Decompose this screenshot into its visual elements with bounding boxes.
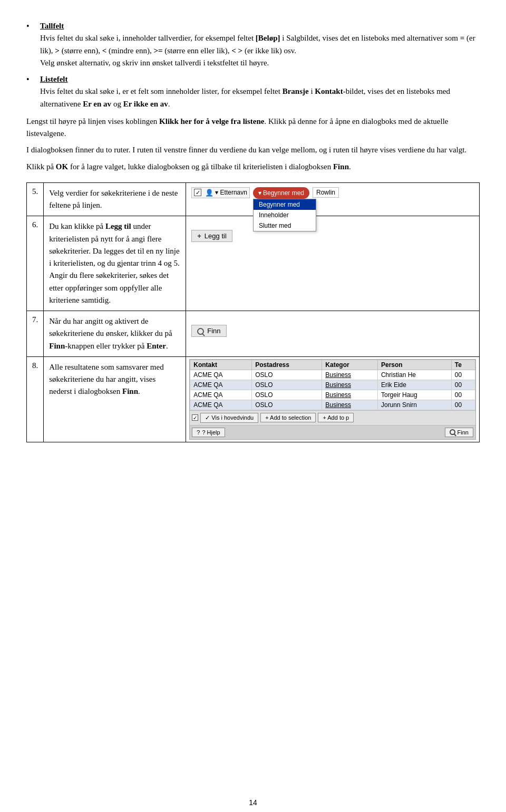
step-5-visual: ✓ 👤 ▾ Etternavn ▾ Begynner med Begynner … [186,182,480,216]
col-kategor: Kategor [322,360,378,370]
dropdown-container[interactable]: ▾ Begynner med Begynner med Inneholder S… [253,187,309,199]
listefelt-title: Listefelt [40,75,67,83]
cell-post-1: OSLO [252,370,322,380]
vis-i-hovedvindu-btn[interactable]: ✓ Vis i hovedvindu [200,413,258,423]
step-6-visual: + Legg til [186,216,480,311]
menu-item-begynner[interactable]: Begynner med [254,199,316,210]
legg-til-label: Legg til [205,232,227,240]
field-row[interactable]: ✓ 👤 ▾ Etternavn [191,187,250,198]
page-footer: 14 [0,790,506,812]
cell-te-2: 00 [451,380,475,390]
cell-kontakt-4: ACME QA [190,400,252,410]
page-content: • Tallfelt Hvis feltet du skal søke i, i… [0,0,506,790]
hjelp-button[interactable]: ? ? Hjelp [192,428,225,437]
step-8-num: 8. [27,356,44,442]
cell-kontakt-1: ACME QA [190,370,252,380]
finn-action-label: Finn [458,429,469,436]
bullet-icon: • [26,20,34,33]
col-kontakt: Kontakt [190,360,252,370]
tallfelt-title: Tallfelt [40,22,64,30]
cell-kat-3: Business [322,390,378,400]
add-selection-label: + Add to selection [265,414,311,421]
legg-til-bold: Legg til [105,222,131,230]
bransje-bold: Bransje [283,87,309,95]
step-7-visual: Finn [186,311,480,357]
step-6-num: 6. [27,216,44,311]
add-p-label: + Add to p [323,414,349,421]
search-icon-2 [450,429,455,435]
plus-icon: + [197,232,201,240]
result-row-2[interactable]: ACME QA OSLO Business Erik Eide 00 [190,380,475,390]
menu-item-inneholder[interactable]: Inneholder [254,210,316,220]
er-ikke-bold: Er ikke en av [123,100,168,108]
finn-label: Finn [207,327,220,335]
rowlin-input[interactable]: Rowlin [313,187,339,198]
add-to-p-btn[interactable]: + Add to p [318,413,354,422]
add-to-selection-btn[interactable]: + Add to selection [260,413,316,422]
tallfelt-text: Tallfelt Hvis feltet du skal søke i, inn… [40,20,480,69]
beloep-bold: [Beløp] [256,34,280,42]
vis-label: ✓ Vis i hovedvindu [205,414,254,421]
enter-bold: Enter [147,342,166,350]
finn-area: Finn [191,315,474,346]
hjelp-label: ? Hjelp [202,429,220,436]
bullet-tallfelt: • Tallfelt Hvis feltet du skal søke i, i… [26,20,480,69]
bullet-listefelt: • Listefelt Hvis feltet du skal søke i, … [26,73,480,110]
cell-te-1: 00 [451,370,475,380]
step-5-num: 5. [27,182,44,216]
step-8-text: Alle resultatene som samsvarer med søkek… [44,356,186,442]
col-postadress: Postadress [252,360,322,370]
field-checkbox[interactable]: ✓ [194,189,201,196]
step-5-row: 5. Velg verdier for søkekriteriene i de … [27,182,480,216]
cell-person-1: Christian He [377,370,451,380]
cell-te-4: 00 [451,400,475,410]
menu-item-slutter[interactable]: Slutter med [254,220,316,231]
step-8-visual: Kontakt Postadress Kategor Person Te ACM… [186,356,480,442]
legg-til-button[interactable]: + Legg til [191,230,232,242]
results-header-row: Kontakt Postadress Kategor Person Te [190,360,475,370]
results-actions-row1: ✓ ✓ Vis i hovedvindu + Add to selection … [190,410,475,425]
para-klikk: Lengst til høyre på linjen vises kobling… [26,115,480,140]
page-number: 14 [249,798,257,807]
result-row-1[interactable]: ACME QA OSLO Business Christian He 00 [190,370,475,380]
results-table: Kontakt Postadress Kategor Person Te ACM… [190,360,475,410]
para-dialogboks: I dialogboksen finner du to ruter. I rut… [26,144,480,156]
dropdown-trigger[interactable]: ▾ Begynner med [253,187,309,199]
results-container: Kontakt Postadress Kategor Person Te ACM… [189,359,476,440]
question-icon: ? [197,429,200,436]
step-7-row: 7. Når du har angitt og aktivert de søke… [27,311,480,357]
cell-post-2: OSLO [252,380,322,390]
legg-til-area: + Legg til [191,220,474,252]
vis-checkbox[interactable]: ✓ [192,414,198,421]
finn-bold-8: Finn [122,387,138,395]
finn-action-button[interactable]: Finn [445,428,473,437]
cell-person-3: Torgeir Haug [377,390,451,400]
cell-kat-1: Business [322,370,378,380]
step-6-text: Du kan klikke på Legg til under kriterie… [44,216,186,311]
cell-post-4: OSLO [252,400,322,410]
cell-post-3: OSLO [252,390,322,400]
cell-te-3: 00 [451,390,475,400]
step-7-text: Når du har angitt og aktivert de søkekri… [44,311,186,357]
dropdown-label: Begynner med [263,189,304,197]
cell-kontakt-3: ACME QA [190,390,252,400]
finn-button[interactable]: Finn [191,325,226,337]
result-row-3[interactable]: ACME QA OSLO Business Torgeir Haug 00 [190,390,475,400]
step-5-text: Velg verdier for søkekriteriene i de nes… [44,182,186,216]
tallfelt-para: Velg ønsket alternativ, og skriv inn øns… [40,59,269,67]
listefelt-text: Listefelt Hvis feltet du skal søke i, er… [40,73,480,110]
cell-kat-2: Business [322,380,378,390]
finn-bold: Finn [49,342,65,350]
er-en-av-bold: Er en av [83,100,111,108]
search-icon [197,328,204,335]
bullet-icon-2: • [26,73,34,86]
field-label-text: ▾ Etternavn [215,189,247,196]
cell-kontakt-2: ACME QA [190,380,252,390]
col-person: Person [377,360,451,370]
kontakt-bold: Kontakt [315,87,343,95]
cell-kat-4: Business [322,400,378,410]
para-ok: Klikk på OK for å lagre valget, lukke di… [26,161,480,173]
dropdown-menu: Begynner med Inneholder Slutter med [253,199,316,231]
result-row-4[interactable]: ACME QA OSLO Business Jorunn Snirn 00 [190,400,475,410]
steps-table: 5. Velg verdier for søkekriteriene i de … [26,182,480,442]
